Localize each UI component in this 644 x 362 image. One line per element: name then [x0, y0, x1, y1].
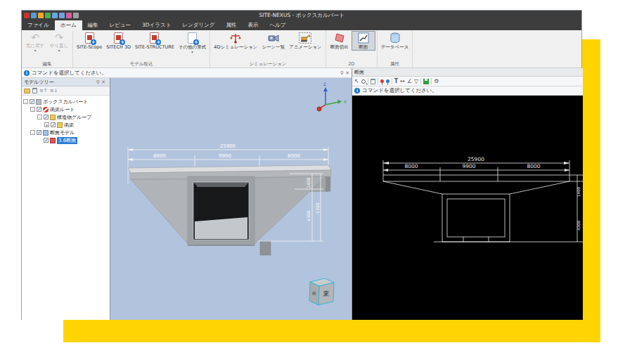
- gear-icon[interactable]: ⚙: [434, 78, 439, 84]
- text-tool-icon[interactable]: T: [394, 78, 398, 84]
- save-icon[interactable]: [423, 79, 429, 84]
- database-button[interactable]: データベース: [379, 31, 411, 50]
- collapse-icon[interactable]: -: [37, 115, 42, 119]
- sim-4d-button[interactable]: 4Dシミュレーション: [212, 31, 259, 50]
- tree-item-box[interactable]: + ✓ 函渠: [23, 121, 110, 129]
- dim-seg1: 8000: [404, 163, 418, 169]
- axis-x-label: X: [344, 99, 347, 104]
- save-icon[interactable]: [45, 13, 51, 18]
- angle-tool-icon[interactable]: ∠: [407, 78, 412, 84]
- ribbon: ↶ 元に戻す ▾ ↷ やり直し ▾ 編集 + SITE-Scope +: [22, 30, 581, 68]
- dim-v3: 5700: [315, 202, 320, 213]
- section-dim-labels: 25900 8000 9900 8000 1400 4300: [404, 156, 581, 231]
- checkbox-checked[interactable]: ✓: [30, 99, 34, 104]
- window-title: SITE-NEXUS - ボックスカルバート: [22, 11, 581, 20]
- checkbox-checked[interactable]: ✓: [37, 130, 41, 135]
- sitech-3d-button[interactable]: + SITECH 3D: [104, 31, 133, 50]
- new-doc-icon[interactable]: [31, 13, 37, 18]
- footing: [260, 241, 271, 255]
- blue-pin-icon[interactable]: [386, 79, 389, 83]
- checkbox-checked[interactable]: ✓: [51, 122, 56, 127]
- group-label-2d: 2D: [328, 60, 375, 67]
- animation-button[interactable]: アニメーション: [287, 31, 323, 50]
- elevation-tool-icon[interactable]: ▽: [414, 78, 418, 84]
- section-lines: [383, 160, 583, 242]
- tab-home[interactable]: ホーム: [55, 20, 82, 30]
- app-window: SITE-NEXUS - ボックスカルバート ファイル ホーム 編集 レビュー …: [21, 10, 582, 320]
- view-cube-east-label: 東: [323, 290, 330, 297]
- ribbon-group-2d: 断面切出 断面 2D: [326, 30, 378, 67]
- main-prompt-text: コマンドを選択してください。: [32, 70, 107, 77]
- undo-icon[interactable]: [52, 13, 58, 18]
- section-panel: 断面 ↖ T ↔ ∠ ▽ ⚙ i コマンドを選択してください。: [352, 68, 583, 320]
- open-folder-icon[interactable]: [38, 13, 44, 18]
- trash-icon[interactable]: [32, 88, 37, 93]
- trash-icon[interactable]: [371, 79, 375, 84]
- tree-item-section-selected[interactable]: ✓ 3.6断面: [23, 136, 110, 144]
- pin-icon[interactable]: ⚲: [340, 70, 344, 76]
- checkbox-checked[interactable]: ✓: [37, 107, 41, 112]
- section-canvas[interactable]: 25900 8000 9900 8000 1400 4300: [352, 96, 583, 320]
- tree-item-root[interactable]: - ✓ ボックスカルバート: [23, 98, 110, 105]
- tab-attributes[interactable]: 属性: [220, 20, 242, 30]
- checkbox-checked[interactable]: ✓: [44, 115, 49, 119]
- collapse-icon[interactable]: -: [30, 130, 35, 135]
- zoom-icon[interactable]: [361, 79, 366, 84]
- close-icon[interactable]: ✕: [101, 79, 105, 85]
- section-button[interactable]: 断面: [352, 31, 375, 51]
- palette-icon[interactable]: [66, 13, 72, 18]
- box-culvert-icon: [36, 99, 41, 105]
- culvert-3d-model: 25900 8000 9900 8000 1400 4300 5700 Z X: [110, 78, 352, 320]
- tab-rendering[interactable]: レンダリング: [176, 20, 220, 30]
- tab-view[interactable]: 表示: [242, 20, 264, 30]
- view-cube[interactable]: 東 南: [309, 278, 334, 305]
- collapse-icon[interactable]: -: [23, 99, 28, 104]
- tab-file[interactable]: ファイル: [22, 20, 55, 30]
- site-structure-button[interactable]: + SITE-STRUCTURE: [133, 31, 176, 50]
- tree-item-route[interactable]: - ✓ 函渠ルート: [23, 105, 110, 113]
- tab-review[interactable]: レビュー: [104, 20, 137, 30]
- scene-list-button[interactable]: シーン一覧: [259, 31, 287, 50]
- dimension-tool-icon[interactable]: ↔: [400, 78, 405, 84]
- cursor-icon[interactable]: ↖: [354, 78, 359, 84]
- redo-button[interactable]: ↷ やり直し ▾: [47, 31, 71, 52]
- model-tree-title: モデルツリー: [24, 79, 54, 86]
- other-format-button[interactable]: + その他の形式 ▾: [176, 31, 208, 53]
- expand-icon[interactable]: +: [44, 122, 49, 127]
- tab-edit[interactable]: 編集: [82, 20, 104, 30]
- dim-v1: 1400: [306, 177, 311, 188]
- red-pin-icon[interactable]: [380, 79, 384, 83]
- section-cut-button[interactable]: 断面切出: [328, 31, 352, 50]
- group-label-attributes: 属性: [379, 60, 411, 67]
- sort-up-icon[interactable]: ≡↑: [39, 88, 48, 94]
- checkbox-checked[interactable]: ✓: [44, 138, 49, 143]
- sort-down-icon[interactable]: ≡↓: [50, 88, 58, 94]
- simulation-tree-icon: [230, 32, 241, 44]
- dim-total: 25900: [220, 143, 236, 149]
- pin-icon[interactable]: ⚲: [96, 79, 100, 85]
- dropdown-caret-icon: ▾: [58, 49, 60, 52]
- site-scope-button[interactable]: + SITE-Scope: [75, 31, 104, 50]
- window-icon[interactable]: [73, 13, 79, 18]
- collapse-icon[interactable]: -: [30, 107, 35, 112]
- dim-total: 25900: [468, 156, 484, 162]
- dim-seg3: 8000: [527, 163, 540, 169]
- dim-seg2: 9900: [462, 163, 475, 169]
- dropdown-caret-icon: ▾: [34, 49, 36, 52]
- tree-item-structure-group[interactable]: - ✓ 構造物グループ: [23, 113, 110, 121]
- folder-icon[interactable]: [24, 89, 30, 93]
- viewport-3d[interactable]: 25900 8000 9900 8000 1400 4300 5700 Z X: [110, 78, 352, 320]
- ribbon-tab-bar: ファイル ホーム 編集 レビュー 3Dイラスト レンダリング 属性 表示 ヘルプ: [22, 20, 581, 30]
- group-folder-icon: [50, 115, 56, 120]
- tab-help[interactable]: ヘルプ: [264, 20, 291, 30]
- undo-button[interactable]: ↶ 元に戻す ▾: [23, 31, 47, 52]
- tree-item-section-model[interactable]: - ✓ 断面モデル: [23, 129, 110, 136]
- tab-3d-illust[interactable]: 3Dイラスト: [136, 20, 176, 30]
- group-label-model-import: モデル取込: [75, 60, 208, 67]
- redo-icon[interactable]: [59, 13, 65, 18]
- close-icon[interactable]: ✕: [345, 70, 349, 76]
- section-panel-title: 断面: [354, 70, 364, 75]
- opening-ceiling: [193, 182, 249, 187]
- section-drawing: 25900 8000 9900 8000 1400 4300: [352, 96, 583, 320]
- view-cube-south-label: 南: [312, 290, 316, 295]
